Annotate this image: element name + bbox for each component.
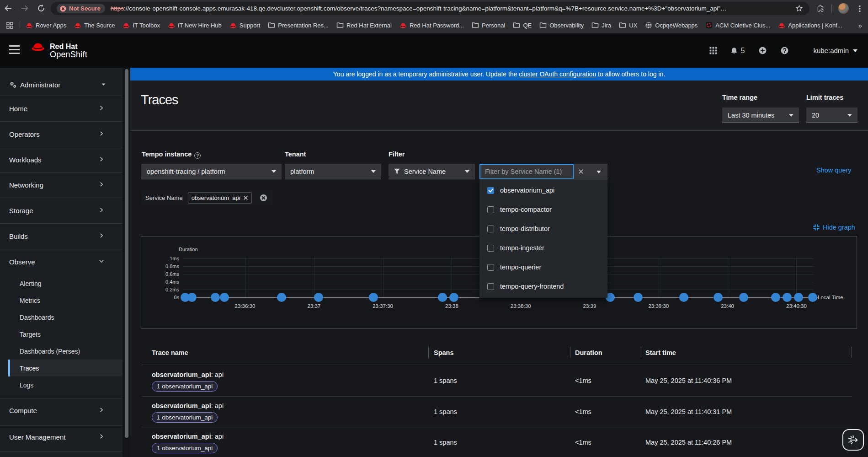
filter-option-tempo-ingester[interactable]: tempo-ingester	[487, 244, 544, 252]
limit-traces-select[interactable]: 20	[806, 108, 857, 123]
trace-data-point[interactable]	[783, 293, 792, 302]
table-header-duration[interactable]: Duration	[575, 349, 602, 356]
sidebar-item-alerting[interactable]: Alerting	[0, 275, 122, 292]
sidebar-item-compute[interactable]: Compute	[0, 398, 122, 424]
bookmark-item[interactable]: Jira	[591, 22, 611, 29]
sidebar-item-networking[interactable]: Networking	[0, 172, 122, 198]
app-launcher-icon[interactable]	[709, 47, 717, 54]
hide-graph-link[interactable]: Hide graph	[813, 224, 855, 231]
checkbox-icon[interactable]	[487, 226, 494, 232]
browser-reload-icon[interactable]	[37, 4, 46, 13]
bookmark-item[interactable]: Applications | Konf...	[778, 22, 842, 29]
apps-grid-icon[interactable]	[6, 22, 13, 29]
not-secure-badge[interactable]: Not Secure	[57, 4, 105, 13]
sidebar-item-dashboards[interactable]: Dashboards	[0, 309, 122, 326]
extensions-icon[interactable]	[816, 5, 825, 13]
browser-menu-icon[interactable]	[856, 5, 863, 12]
bookmark-item[interactable]: Support	[229, 22, 261, 29]
trace-data-point[interactable]	[714, 293, 723, 302]
trace-data-point[interactable]	[794, 293, 803, 302]
trace-data-point[interactable]	[369, 293, 378, 302]
sidebar-item-home[interactable]: Home	[0, 96, 122, 122]
sidebar-item-traces[interactable]: Traces	[0, 360, 122, 376]
browser-avatar[interactable]	[838, 3, 849, 14]
perspective-switcher[interactable]: Administrator	[0, 72, 122, 98]
tenant-select[interactable]: platform	[285, 164, 381, 179]
trace-data-point[interactable]	[739, 293, 748, 302]
bookmark-item[interactable]: OcpqeWebapps	[645, 22, 698, 29]
time-range-select[interactable]: Last 30 minutes	[722, 108, 799, 123]
user-menu[interactable]: kube:admin	[813, 47, 857, 54]
trace-data-point[interactable]	[449, 293, 458, 302]
trace-data-point[interactable]	[808, 293, 817, 302]
table-header-spans[interactable]: Spans	[434, 349, 454, 356]
bookmark-item[interactable]: IT New Hire Hub	[168, 22, 222, 29]
filter-search-input[interactable]	[479, 164, 574, 179]
sidebar-item-operators[interactable]: Operators	[0, 121, 122, 147]
sidebar-item-metrics[interactable]: Metrics	[0, 292, 122, 309]
trace-data-point[interactable]	[634, 293, 643, 302]
chip-remove-icon[interactable]	[243, 195, 248, 200]
sidebar-item-workloads[interactable]: Workloads	[0, 147, 122, 172]
sidebar-item-storage[interactable]: Storage	[0, 198, 122, 224]
nav-toggle-icon[interactable]	[9, 45, 20, 54]
trace-data-point[interactable]	[187, 293, 197, 302]
sidebar-scrollbar-thumb[interactable]	[125, 69, 128, 438]
trace-name-link[interactable]: observatorium_api: api	[152, 402, 224, 409]
lightspeed-button[interactable]	[842, 429, 864, 451]
table-header-start-time[interactable]: Start time	[645, 349, 676, 356]
bookmark-item[interactable]: ACM Coletive Clus...	[705, 22, 770, 29]
bookmark-star-icon[interactable]	[795, 5, 803, 12]
browser-forward-icon[interactable]	[20, 4, 29, 13]
bookmark-item[interactable]: Rover Apps	[26, 22, 66, 29]
trace-data-point[interactable]	[220, 293, 229, 302]
checkbox-icon[interactable]	[487, 264, 494, 271]
add-icon[interactable]	[758, 46, 767, 55]
bookmark-item[interactable]: IT Toolbox	[122, 22, 160, 29]
filter-attribute-select[interactable]: Service Name	[389, 164, 475, 179]
bookmark-item[interactable]: Personal	[472, 22, 505, 29]
sidebar-item-user-management[interactable]: User Management	[0, 424, 122, 450]
clear-input-icon[interactable]	[578, 169, 584, 174]
tempo-instance-select[interactable]: openshift-tracing / platform	[141, 164, 282, 179]
sidebar-item-observe[interactable]: Observe	[0, 249, 122, 274]
trace-data-point[interactable]	[679, 293, 688, 302]
bookmark-item[interactable]: The Source	[74, 22, 115, 29]
sidebar-item-dashboards-perses-[interactable]: Dashboards (Perses)	[0, 343, 122, 360]
bookmark-item[interactable]: Presentation Res...	[268, 22, 329, 29]
brand-logo[interactable]: Red Hat OpenShift	[30, 40, 87, 59]
table-header-trace-name[interactable]: Trace name	[152, 349, 188, 356]
sidebar-item-builds[interactable]: Builds	[0, 224, 122, 249]
trace-data-point[interactable]	[438, 293, 447, 302]
show-query-link[interactable]: Show query	[816, 167, 852, 174]
caret-down-icon[interactable]	[596, 171, 601, 173]
trace-data-point[interactable]	[277, 293, 286, 302]
trace-data-point[interactable]	[211, 293, 220, 302]
filter-option-tempo-distributor[interactable]: tempo-distributor	[487, 225, 550, 232]
checkbox-icon[interactable]	[487, 245, 494, 252]
filter-option-tempo-compactor[interactable]: tempo-compactor	[487, 206, 552, 213]
sidebar-item-logs[interactable]: Logs	[0, 376, 122, 393]
bookmark-item[interactable]: Red Hat Password...	[399, 22, 464, 29]
checkbox-checked-icon[interactable]	[487, 187, 494, 194]
bookmark-item[interactable]: UX	[619, 22, 637, 29]
checkbox-icon[interactable]	[487, 206, 494, 213]
tempo-help-icon[interactable]: ?	[194, 152, 201, 159]
filter-option-observatorium_api[interactable]: observatorium_api	[487, 187, 554, 194]
filter-option-tempo-querier[interactable]: tempo-querier	[487, 263, 541, 271]
oauth-config-link[interactable]: cluster OAuth configuration	[519, 70, 596, 78]
checkbox-icon[interactable]	[487, 283, 494, 290]
filter-option-tempo-query-frontend[interactable]: tempo-query-frontend	[487, 283, 564, 290]
bookmark-item[interactable]: QE	[513, 22, 532, 29]
bookmarks-overflow-chevron[interactable]: »	[858, 22, 862, 29]
trace-data-point[interactable]	[771, 293, 780, 302]
bookmark-item[interactable]: Observability	[539, 22, 584, 29]
browser-back-icon[interactable]	[4, 4, 13, 13]
sidebar-item-targets[interactable]: Targets	[0, 326, 122, 343]
trace-data-point[interactable]	[314, 293, 323, 302]
chip-group-clear-icon[interactable]	[260, 194, 267, 202]
address-bar[interactable]: Not Secure https://console-openshift-con…	[51, 2, 809, 15]
bookmark-item[interactable]: Red Hat External	[336, 22, 392, 29]
trace-name-link[interactable]: observatorium_api: api	[152, 371, 224, 378]
trace-name-link[interactable]: observatorium_api: api	[152, 433, 224, 440]
